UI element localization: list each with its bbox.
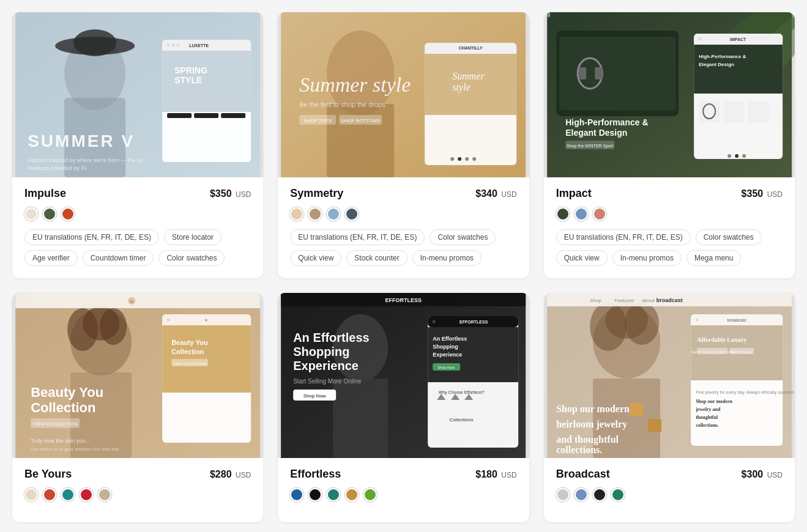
card-title-row: Effortless $180 USD [290, 468, 516, 481]
color-swatch-2[interactable] [327, 207, 340, 221]
color-swatch-0[interactable] [24, 488, 38, 501]
product-card-beyours[interactable]: ♥ Beauty You Collection VIEW COLLECTION … [12, 293, 263, 522]
swatches-container [290, 488, 516, 501]
svg-rect-57 [694, 45, 783, 94]
swatches-container [24, 207, 251, 221]
svg-point-105 [433, 320, 436, 323]
svg-point-38 [458, 157, 461, 161]
card-info-impulse: Impulse $350 USD EU translations (EN, FR… [12, 177, 263, 278]
card-title: Effortless [290, 468, 341, 481]
card-title: Be Yours [24, 468, 72, 481]
svg-text:Why Choose Effortless?: Why Choose Effortless? [439, 390, 485, 395]
color-swatch-3[interactable] [80, 488, 93, 501]
tag-4[interactable]: Mega menu [686, 250, 741, 266]
card-price: $180 USD [475, 469, 516, 480]
color-swatch-0[interactable] [556, 488, 570, 501]
product-card-symmetry[interactable]: Summer style Be the first to shop the dr… [278, 12, 529, 278]
svg-point-11 [167, 44, 170, 47]
card-currency: USD [236, 190, 251, 199]
color-swatch-1[interactable] [43, 207, 56, 221]
svg-text:♥: ♥ [130, 300, 133, 304]
svg-text:Fashion inspired by where we'r: Fashion inspired by where we're from — t… [28, 157, 147, 163]
product-card-broadcast[interactable]: Shop Featured About broadcast Shop our m… [544, 293, 795, 522]
card-currency: USD [767, 190, 783, 199]
color-swatch-4[interactable] [363, 488, 377, 501]
svg-point-72 [83, 306, 119, 341]
tag-2[interactable]: Quick view [290, 250, 341, 266]
color-swatch-0[interactable] [290, 207, 303, 221]
svg-rect-62 [748, 101, 769, 122]
card-title: Impact [556, 187, 592, 200]
svg-text:Experience: Experience [433, 352, 462, 358]
svg-text:Shopping: Shopping [293, 345, 349, 358]
card-price: $340 USD [475, 188, 516, 199]
product-card-impact[interactable]: High-Performance & Elegant Design Shop t… [544, 12, 795, 278]
svg-text:Start Selling More Online: Start Selling More Online [293, 378, 362, 385]
color-swatch-1[interactable] [43, 488, 56, 501]
color-swatch-3[interactable] [345, 207, 359, 221]
svg-text:♥: ♥ [205, 318, 207, 322]
card-title-row: Symmetry $340 USD [290, 187, 516, 200]
product-card-effortless[interactable]: EFFORTLESS An Effortless Shopping Experi… [278, 293, 529, 522]
svg-rect-74 [15, 293, 260, 308]
color-swatch-0[interactable] [290, 488, 303, 501]
svg-text:High-Performance &: High-Performance & [699, 54, 746, 59]
color-swatch-1[interactable] [575, 488, 588, 501]
color-swatch-1[interactable] [308, 488, 322, 501]
tag-2[interactable]: Age verifier [24, 250, 78, 266]
tag-1[interactable]: Store locator [164, 229, 221, 245]
svg-text:collections.: collections. [696, 423, 719, 428]
svg-text:Experience: Experience [293, 359, 359, 372]
tag-0[interactable]: EU translations (EN, FR, IT, DE, ES) [290, 229, 425, 245]
svg-text:SPRING: SPRING [174, 65, 207, 75]
svg-text:SHOP TOPS: SHOP TOPS [303, 118, 332, 124]
svg-text:An Effortless: An Effortless [433, 336, 467, 342]
svg-point-37 [450, 157, 454, 161]
color-swatch-0[interactable] [556, 207, 570, 221]
color-swatch-2[interactable] [593, 488, 606, 501]
product-card-impulse[interactable]: SUMMER V Fashion inspired by where we're… [12, 12, 263, 278]
color-swatch-2[interactable] [61, 488, 75, 501]
card-title: Broadcast [556, 468, 610, 481]
svg-point-122 [605, 302, 648, 339]
svg-text:Collection: Collection [171, 348, 204, 355]
card-currency: USD [501, 190, 516, 199]
svg-text:Shop Now: Shop Now [438, 366, 455, 369]
tag-3[interactable]: In-menu promos [612, 250, 682, 266]
tag-4[interactable]: In-menu promos [412, 250, 482, 266]
svg-rect-48 [595, 67, 602, 79]
card-preview-beyours: ♥ Beauty You Collection VIEW COLLECTION … [12, 293, 263, 458]
tag-1[interactable]: Color swatches [430, 229, 496, 245]
card-currency: USD [501, 471, 516, 479]
color-swatch-1[interactable] [308, 207, 322, 221]
card-preview-impulse: SUMMER V Fashion inspired by where we're… [12, 12, 263, 177]
color-swatch-4[interactable] [98, 488, 111, 501]
svg-text:Shopping: Shopping [433, 344, 458, 350]
tag-0[interactable]: EU translations (EN, FR, IT, DE, ES) [24, 229, 159, 245]
svg-rect-130 [630, 403, 643, 416]
tag-3[interactable]: Stock counter [346, 250, 407, 266]
card-price: $300 USD [742, 469, 783, 480]
svg-text:thoughtful: thoughtful [696, 415, 718, 420]
color-swatch-2[interactable] [61, 207, 75, 221]
svg-text:Summer style: Summer style [299, 73, 411, 96]
color-swatch-0[interactable] [24, 207, 38, 221]
svg-rect-32 [425, 50, 516, 54]
tag-0[interactable]: EU translations (EN, FR, IT, DE, ES) [556, 229, 691, 245]
color-swatch-2[interactable] [327, 488, 340, 501]
svg-rect-47 [579, 67, 586, 79]
tag-2[interactable]: Quick view [556, 250, 608, 266]
tag-1[interactable]: Color swatches [696, 229, 762, 245]
tag-4[interactable]: Color swatches [158, 250, 225, 266]
color-swatch-3[interactable] [345, 488, 359, 501]
color-swatch-3[interactable] [611, 488, 625, 501]
color-swatch-1[interactable] [575, 207, 588, 221]
svg-text:collections.: collections. [556, 445, 602, 455]
tags-container: EU translations (EN, FR, IT, DE, ES)Colo… [290, 229, 516, 266]
color-swatch-2[interactable] [593, 207, 606, 221]
tag-3[interactable]: Countdown timer [83, 250, 154, 266]
card-currency: USD [767, 471, 783, 479]
svg-rect-94 [333, 379, 388, 458]
card-preview-effortless: EFFORTLESS An Effortless Shopping Experi… [278, 293, 529, 458]
svg-text:and thoughtful: and thoughtful [556, 434, 619, 445]
